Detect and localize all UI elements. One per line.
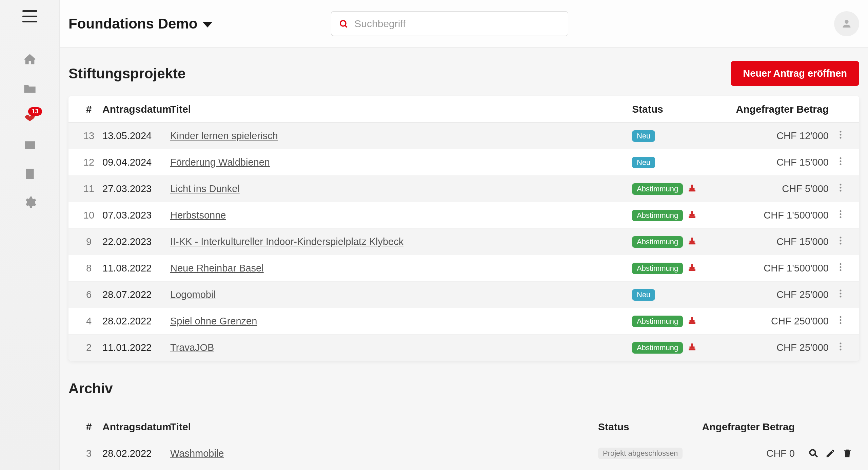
table-row[interactable]: 1127.03.2023Licht ins DunkelAbstimmungCH…: [68, 175, 859, 202]
nav-contacts[interactable]: [22, 166, 38, 182]
stamp-icon: [687, 183, 697, 195]
row-amount: CHF 5'000: [734, 183, 829, 194]
row-menu-button[interactable]: [829, 288, 852, 301]
search-field[interactable]: [331, 11, 568, 36]
search-input[interactable]: [354, 18, 560, 30]
home-icon: [23, 53, 37, 67]
col-header-status: Status: [632, 104, 734, 115]
projects-table-header: # Antragsdatum Titel Status Angefragter …: [68, 96, 859, 123]
row-title-link[interactable]: Neue Rheinbar Basel: [170, 263, 264, 274]
row-num: 8: [75, 263, 102, 274]
row-menu-button[interactable]: [829, 209, 852, 222]
row-date: 28.02.2022: [102, 316, 170, 327]
caret-down-icon: [203, 22, 212, 27]
row-title-link[interactable]: Logomobil: [170, 289, 216, 300]
row-actions: [795, 448, 852, 458]
table-row[interactable]: 428.02.2022Spiel ohne GrenzenAbstimmungC…: [68, 308, 859, 334]
row-date: 28.07.2022: [102, 289, 170, 300]
row-title-link[interactable]: II-KK - Interkultureller Indoor-Kindersp…: [170, 236, 403, 247]
row-date: 22.02.2023: [102, 236, 170, 247]
projects-heading: Stiftungsprojekte: [68, 65, 185, 82]
row-title-link[interactable]: Herbstsonne: [170, 210, 226, 221]
nav-settings[interactable]: [22, 194, 38, 210]
view-icon[interactable]: [808, 448, 818, 458]
row-status: Abstimmung: [632, 262, 734, 275]
gear-icon: [23, 195, 37, 209]
col-header-title: Titel: [170, 104, 632, 115]
row-amount: CHF 1'500'000: [734, 210, 829, 221]
row-status: Abstimmung: [632, 183, 734, 195]
row-menu-button[interactable]: [829, 236, 852, 248]
row-num: 3: [75, 448, 102, 459]
table-row[interactable]: 1007.03.2023HerbstsonneAbstimmungCHF 1'5…: [68, 202, 859, 228]
archive-table-header: # Antragsdatum Titel Status Angefragter …: [68, 414, 859, 440]
nav-home[interactable]: [22, 52, 38, 68]
row-title-link[interactable]: TravaJOB: [170, 342, 214, 353]
delete-icon[interactable]: [842, 448, 852, 458]
table-row[interactable]: 922.02.2023II-KK - Interkultureller Indo…: [68, 228, 859, 255]
row-status: Neu: [632, 130, 734, 142]
projects-table: # Antragsdatum Titel Status Angefragter …: [68, 96, 859, 361]
row-menu-button[interactable]: [829, 183, 852, 195]
nav-votes[interactable]: 13: [22, 109, 38, 125]
row-date: 11.01.2022: [102, 342, 170, 353]
row-title-link[interactable]: Kinder lernen spielerisch: [170, 130, 278, 141]
status-badge: Abstimmung: [632, 316, 683, 327]
row-num: 13: [75, 130, 102, 142]
col-header-date: Antragsdatum: [102, 104, 170, 115]
row-status: Projekt abgeschlossen: [598, 448, 700, 459]
col-header-amount: Angefragter Betrag: [734, 104, 829, 115]
row-title-link[interactable]: Licht ins Dunkel: [170, 183, 240, 194]
stamp-icon: [687, 236, 697, 248]
col-header-title: Titel: [170, 421, 598, 433]
table-row[interactable]: 1209.04.2024Förderung WaldbienenNeuCHF 1…: [68, 149, 859, 175]
row-date: 28.02.2022: [102, 448, 170, 459]
row-menu-button[interactable]: [829, 130, 852, 142]
menu-toggle-button[interactable]: [22, 10, 37, 22]
stamp-icon: [687, 262, 697, 275]
user-icon: [841, 18, 852, 30]
sidebar: 13: [0, 0, 60, 470]
row-menu-button[interactable]: [829, 262, 852, 275]
search-icon: [339, 19, 348, 29]
table-row[interactable]: 1313.05.2024Kinder lernen spielerischNeu…: [68, 123, 859, 149]
row-status: Abstimmung: [632, 236, 734, 248]
row-num: 2: [75, 342, 102, 353]
app-switcher[interactable]: Foundations Demo: [68, 16, 212, 32]
nav-news[interactable]: [22, 137, 38, 153]
row-menu-button[interactable]: [829, 315, 852, 327]
status-badge: Abstimmung: [632, 210, 683, 221]
edit-icon[interactable]: [825, 448, 835, 458]
stamp-icon: [687, 341, 697, 354]
table-row[interactable]: 811.08.2022Neue Rheinbar BaselAbstimmung…: [68, 255, 859, 281]
row-status: Neu: [632, 289, 734, 301]
contacts-icon: [23, 167, 37, 181]
table-row[interactable]: 211.01.2022TravaJOBAbstimmungCHF 25'000: [68, 334, 859, 361]
row-num: 9: [75, 236, 102, 247]
row-menu-button[interactable]: [829, 156, 852, 169]
nav-projects[interactable]: [22, 80, 38, 96]
row-amount: CHF 25'000: [734, 342, 829, 353]
new-request-button[interactable]: Neuer Antrag eröffnen: [731, 61, 859, 86]
row-num: 6: [75, 289, 102, 300]
col-header-num: #: [75, 421, 102, 433]
status-badge: Abstimmung: [632, 236, 683, 248]
table-row[interactable]: 328.02.2022WashmobileProjekt abgeschloss…: [68, 440, 859, 467]
status-badge: Abstimmung: [632, 183, 683, 195]
row-date: 27.03.2023: [102, 183, 170, 194]
row-title-link[interactable]: Spiel ohne Grenzen: [170, 316, 257, 326]
table-row[interactable]: 628.07.2022LogomobilNeuCHF 25'000: [68, 281, 859, 308]
row-amount: CHF 1'500'000: [734, 263, 829, 274]
user-menu-button[interactable]: [834, 11, 859, 36]
row-date: 07.03.2023: [102, 210, 170, 221]
row-amount: CHF 15'000: [734, 236, 829, 247]
row-num: 10: [75, 210, 102, 221]
row-title-link[interactable]: Förderung Waldbienen: [170, 157, 270, 168]
row-title-link[interactable]: Washmobile: [170, 448, 224, 459]
status-badge: Projekt abgeschlossen: [598, 448, 683, 459]
row-num: 4: [75, 316, 102, 327]
row-status: Abstimmung: [632, 315, 734, 327]
row-menu-button[interactable]: [829, 341, 852, 354]
archive-table: # Antragsdatum Titel Status Angefragter …: [68, 414, 859, 467]
topbar: Foundations Demo: [60, 0, 868, 48]
